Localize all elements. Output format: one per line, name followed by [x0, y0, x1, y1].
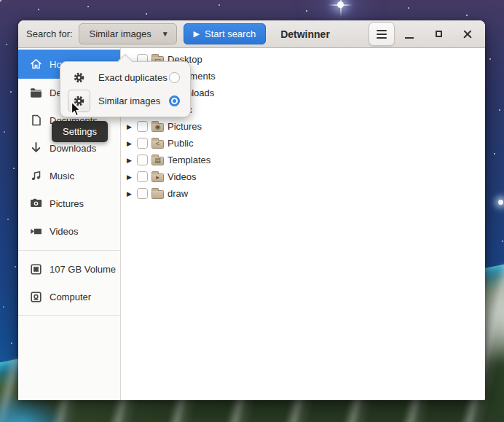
expander-icon[interactable]: ▶	[127, 157, 135, 164]
sidebar-separator	[18, 315, 120, 316]
tree-row-videos[interactable]: ▶ ▸ Videos	[121, 168, 485, 185]
tree-row-label: Videos	[168, 171, 197, 182]
checkbox[interactable]	[137, 188, 148, 199]
radio-unchecked[interactable]	[169, 72, 180, 83]
folder-icon: ◉	[151, 123, 164, 132]
minimize-icon	[405, 37, 414, 39]
start-search-label: Start search	[205, 28, 256, 39]
expander-icon[interactable]: ▶	[127, 173, 135, 181]
folder-icon	[29, 87, 43, 98]
sidebar-item-computer[interactable]: Computer	[18, 283, 120, 310]
mouse-cursor	[71, 101, 82, 117]
settings-gear-button[interactable]	[68, 66, 90, 89]
expander-icon[interactable]: ▶	[127, 140, 135, 147]
tree-row-pictures[interactable]: ▶ ◉ Pictures	[121, 118, 485, 135]
music-icon	[29, 170, 43, 181]
option-label: Exact duplicates	[98, 72, 168, 83]
sidebar-item-label: Videos	[50, 226, 79, 237]
maximize-icon	[436, 31, 442, 37]
small-star	[498, 200, 503, 205]
checkbox[interactable]	[137, 121, 148, 132]
gear-icon	[74, 72, 84, 83]
tree-row-label: draw	[168, 188, 188, 199]
sidebar-item-label: Downloads	[50, 143, 96, 154]
expander-icon[interactable]: ▶	[127, 123, 135, 130]
home-icon	[29, 58, 43, 70]
close-button[interactable]	[453, 22, 482, 46]
expander-icon[interactable]: ▶	[127, 190, 135, 198]
close-icon	[463, 30, 472, 39]
video-icon	[29, 227, 43, 236]
share-emblem-icon: <	[152, 141, 163, 148]
sidebar-item-volume[interactable]: 107 GB Volume	[18, 255, 120, 283]
search-for-label: Search for:	[26, 28, 73, 39]
computer-icon	[29, 292, 43, 302]
popover-option-similar-images[interactable]: Similar images	[68, 90, 183, 113]
search-type-value: Similar images	[79, 28, 162, 39]
folder-icon: ▤	[151, 157, 164, 165]
template-emblem-icon: ▤	[152, 157, 163, 165]
tree-row-draw[interactable]: ▶ draw	[121, 185, 485, 202]
checkbox[interactable]	[137, 138, 148, 149]
settings-tooltip: Settings	[52, 121, 108, 142]
tree-row-label: Pictures	[168, 121, 202, 132]
play-icon: ▶	[194, 29, 200, 39]
sidebar-item-label: 107 GB Volume	[50, 264, 116, 275]
sidebar-item-music[interactable]: Music	[18, 162, 120, 189]
search-type-dropdown[interactable]: Similar images ▼	[79, 23, 177, 44]
hamburger-menu-button[interactable]	[369, 22, 395, 46]
tree-row-label: Public	[168, 138, 193, 149]
document-icon	[29, 114, 43, 126]
radio-checked[interactable]	[169, 95, 180, 106]
start-search-button[interactable]: ▶ Start search	[184, 23, 267, 44]
tree-row-label: Templates	[168, 155, 210, 165]
titlebar: Search for: Similar images ▼ ▶ Start sea…	[18, 20, 485, 48]
sidebar-item-videos[interactable]: Videos	[18, 217, 120, 245]
download-icon	[29, 142, 43, 154]
maximize-button[interactable]	[424, 22, 453, 46]
hamburger-icon	[377, 30, 387, 31]
checkbox[interactable]	[137, 155, 148, 165]
camera-icon	[29, 198, 43, 208]
folder-icon: ▸	[151, 173, 164, 182]
bright-star	[337, 1, 344, 8]
sidebar-item-label: Computer	[50, 292, 91, 302]
sidebar-item-label: Music	[50, 171, 74, 181]
sidebar-separator	[18, 250, 120, 251]
folder-icon: <	[151, 140, 164, 149]
tree-row-public[interactable]: ▶ < Public	[121, 135, 485, 152]
window-title: Detwinner	[280, 28, 330, 40]
video-emblem-icon: ▸	[152, 174, 163, 181]
drive-icon	[29, 264, 43, 275]
minimize-button[interactable]	[395, 22, 424, 46]
camera-emblem-icon: ◉	[152, 124, 163, 131]
tree-row-templates[interactable]: ▶ ▤ Templates	[121, 152, 485, 168]
option-label: Similar images	[98, 95, 160, 106]
sidebar-item-label: Pictures	[50, 198, 84, 209]
checkbox[interactable]	[137, 171, 148, 182]
sidebar-item-pictures[interactable]: Pictures	[18, 189, 120, 217]
folder-icon	[151, 190, 164, 199]
chevron-down-icon: ▼	[162, 30, 169, 38]
